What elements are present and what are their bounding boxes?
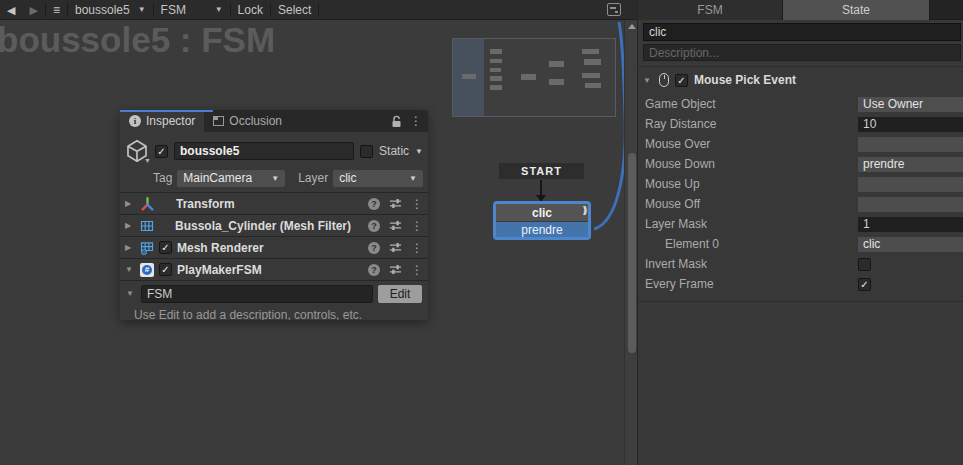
tag-dropdown[interactable]: MainCamera ▼ xyxy=(177,170,285,187)
state-name-field[interactable] xyxy=(643,23,961,41)
chevron-down-icon: ▼ xyxy=(215,5,223,14)
component-enabled-checkbox[interactable] xyxy=(159,241,172,254)
foldout-arrow-icon[interactable]: ▼ xyxy=(643,76,653,85)
static-checkbox[interactable] xyxy=(360,145,373,158)
component-label: Mesh Renderer xyxy=(177,241,264,255)
graph-vertical-scrollbar[interactable] xyxy=(624,20,637,465)
mouse-icon xyxy=(659,73,669,87)
static-dropdown-icon[interactable]: ▼ xyxy=(415,147,423,156)
foldout-arrow-icon[interactable]: ▶ xyxy=(125,243,135,252)
ray-distance-input[interactable]: 10 xyxy=(858,117,963,132)
scrollbar-up-arrow-icon[interactable] xyxy=(628,24,636,29)
layer-dropdown[interactable]: clic ▼ xyxy=(333,170,423,187)
component-row-mesh-renderer[interactable]: ▶ Mesh Renderer ? ⋮ xyxy=(120,236,428,258)
help-icon[interactable]: ? xyxy=(368,242,380,254)
layer-mask-input[interactable]: 1 xyxy=(858,217,963,232)
help-icon[interactable]: ? xyxy=(368,264,380,276)
scrollbar-thumb[interactable] xyxy=(628,153,636,353)
kebab-menu-icon[interactable]: ⋮ xyxy=(411,263,423,277)
minimap-state-bar xyxy=(585,83,601,88)
fsm-name-row: ▼ Edit xyxy=(120,280,428,306)
tab-state[interactable]: State xyxy=(783,0,930,20)
presets-icon[interactable] xyxy=(389,241,402,254)
minimap-state-bar xyxy=(584,59,601,65)
tab-occlusion-label: Occlusion xyxy=(229,114,282,128)
layer-label: Layer xyxy=(298,171,328,185)
fsm-dropdown[interactable]: FSM ▼ xyxy=(154,0,230,20)
history-menu-button[interactable]: ≡ xyxy=(46,0,67,20)
gameobject-active-checkbox[interactable] xyxy=(155,145,168,158)
minimap-state-bar xyxy=(490,59,502,63)
gameobject-cube-icon[interactable]: ▼ xyxy=(125,139,149,163)
mouse-off-event-field[interactable] xyxy=(858,197,963,212)
start-node[interactable]: START xyxy=(499,163,584,179)
kebab-menu-icon[interactable]: ⋮ xyxy=(410,114,422,128)
back-button[interactable]: ◀ xyxy=(0,0,22,20)
component-row-transform[interactable]: ▶ Transform ? ⋮ xyxy=(120,192,428,214)
minimap-state-bar xyxy=(582,73,600,78)
mouse-down-event-field[interactable]: prendre xyxy=(858,157,963,172)
lock-button[interactable]: Lock xyxy=(231,0,270,20)
state-node-transition-prendre[interactable]: prendre xyxy=(496,222,588,237)
component-label: Bussola_Cylinder (Mesh Filter) xyxy=(175,219,351,233)
component-row-playmakerfsm[interactable]: ▼ PlayMakerFSM ? ⋮ xyxy=(120,258,428,280)
state-node-title[interactable]: clic )) xyxy=(496,204,588,222)
info-icon: i xyxy=(129,115,141,127)
kebab-menu-icon[interactable]: ⋮ xyxy=(411,197,423,211)
component-enabled-checkbox[interactable] xyxy=(159,263,172,276)
field-row-element-0: Element 0 clic xyxy=(638,234,963,254)
gameobject-dropdown[interactable]: boussole5 ▼ xyxy=(68,0,153,20)
field-row-mouse-up: Mouse Up xyxy=(638,174,963,194)
field-value: clic xyxy=(863,237,880,251)
script-icon xyxy=(140,263,154,277)
field-row-mouse-down: Mouse Down prendre xyxy=(638,154,963,174)
field-label: Mouse Over xyxy=(638,137,858,151)
minimap-state-bar xyxy=(521,74,536,80)
field-value: Use Owner xyxy=(863,97,923,111)
foldout-arrow-icon[interactable]: ▶ xyxy=(125,221,135,230)
invert-mask-checkbox[interactable] xyxy=(858,258,871,271)
edit-button[interactable]: Edit xyxy=(378,285,422,303)
field-row-ray-distance: Ray Distance 10 xyxy=(638,114,963,134)
hamburger-icon: ≡ xyxy=(53,3,60,17)
every-frame-checkbox[interactable] xyxy=(858,278,871,291)
occlusion-icon xyxy=(213,116,224,126)
foldout-arrow-icon[interactable]: ▼ xyxy=(126,289,136,298)
forward-button[interactable]: ▶ xyxy=(22,0,44,20)
foldout-arrow-icon[interactable]: ▼ xyxy=(125,265,135,274)
mouse-over-event-field[interactable] xyxy=(858,137,963,152)
state-description-field[interactable] xyxy=(643,44,961,61)
foldout-arrow-icon[interactable]: ▶ xyxy=(125,199,135,208)
presets-icon[interactable] xyxy=(389,263,402,276)
chevron-down-icon: ▼ xyxy=(138,5,146,14)
help-icon[interactable]: ? xyxy=(368,220,380,232)
mouse-up-event-field[interactable] xyxy=(858,177,963,192)
gameobject-name-field[interactable] xyxy=(174,142,354,160)
minimap-toggle-icon[interactable] xyxy=(607,3,621,16)
chevron-down-icon: ▼ xyxy=(144,157,151,164)
select-button[interactable]: Select xyxy=(271,0,318,20)
component-row-mesh-filter[interactable]: ▶ Bussola_Cylinder (Mesh Filter) ? ⋮ xyxy=(120,214,428,236)
tab-inspector[interactable]: i Inspector xyxy=(120,110,204,132)
action-fields: Game Object Use Owner Ray Distance 10 Mo… xyxy=(638,94,963,294)
game-object-dropdown[interactable]: Use Owner xyxy=(858,97,963,112)
help-icon[interactable]: ? xyxy=(368,198,380,210)
presets-icon[interactable] xyxy=(389,197,402,210)
tab-occlusion[interactable]: Occlusion xyxy=(204,110,291,132)
graph-minimap[interactable] xyxy=(452,38,616,117)
fsm-name-field[interactable] xyxy=(141,285,373,303)
field-value: 10 xyxy=(863,117,876,131)
unlock-icon[interactable] xyxy=(391,115,402,128)
fsm-toolbar: ◀ ▶ ≡ boussole5 ▼ FSM ▼ Lock Select xyxy=(0,0,637,20)
action-header-mouse-pick-event[interactable]: ▼ Mouse Pick Event xyxy=(638,69,963,91)
state-node-clic[interactable]: clic )) prendre xyxy=(493,201,591,240)
element-0-field[interactable]: clic xyxy=(858,237,963,252)
lock-button-label: Lock xyxy=(238,3,263,17)
tab-fsm[interactable]: FSM xyxy=(638,0,783,20)
active-tab-accent-line xyxy=(120,110,213,112)
kebab-menu-icon[interactable]: ⋮ xyxy=(411,219,423,233)
presets-icon[interactable] xyxy=(389,219,402,232)
kebab-menu-icon[interactable]: ⋮ xyxy=(411,241,423,255)
action-enabled-checkbox[interactable] xyxy=(675,74,688,87)
minimap-state-bar xyxy=(582,49,599,54)
